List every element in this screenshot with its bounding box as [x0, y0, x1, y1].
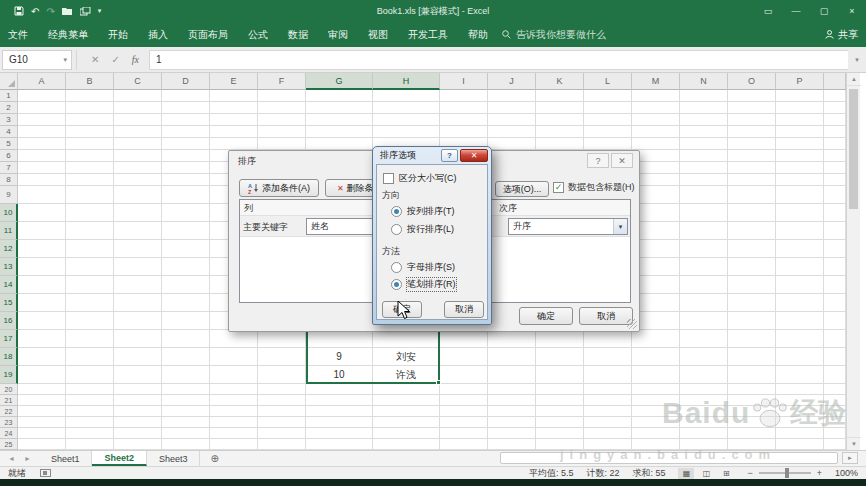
- tab-developer[interactable]: 开发工具: [398, 22, 458, 47]
- cell-pad13[interactable]: [824, 258, 846, 276]
- cell-E2[interactable]: [210, 102, 258, 114]
- cell-P17[interactable]: [776, 330, 824, 348]
- cell-L19[interactable]: [584, 366, 632, 384]
- cell-C7[interactable]: [114, 162, 162, 174]
- cell-A6[interactable]: [18, 150, 66, 162]
- cell-F1[interactable]: [258, 90, 306, 102]
- cell-O10[interactable]: [728, 204, 776, 222]
- cell-C9[interactable]: [114, 186, 162, 204]
- cell-K23[interactable]: [536, 417, 584, 428]
- cell-N17[interactable]: [680, 330, 728, 348]
- cell-C22[interactable]: [114, 406, 162, 417]
- save-icon[interactable]: [14, 6, 24, 16]
- column-header-L[interactable]: L: [584, 73, 632, 90]
- cell-P1[interactable]: [776, 90, 824, 102]
- sort-dialog-close-icon[interactable]: ✕: [611, 153, 633, 168]
- expand-formula-bar-icon[interactable]: ▾: [848, 56, 866, 64]
- row-header-6[interactable]: 6: [0, 150, 18, 162]
- tab-insert[interactable]: 插入: [138, 22, 178, 47]
- cell-O23[interactable]: [728, 417, 776, 428]
- cell-K25[interactable]: [536, 439, 584, 450]
- row-header-7[interactable]: 7: [0, 162, 18, 174]
- cell-E4[interactable]: [210, 126, 258, 138]
- row-header-23[interactable]: 23: [0, 417, 18, 428]
- cell-A2[interactable]: [18, 102, 66, 114]
- cell-M24[interactable]: [632, 428, 680, 439]
- cell-B8[interactable]: [66, 174, 114, 186]
- row-header-1[interactable]: 1: [0, 90, 18, 102]
- cell-A22[interactable]: [18, 406, 66, 417]
- cell-E1[interactable]: [210, 90, 258, 102]
- cell-I20[interactable]: [440, 384, 488, 395]
- cell-P16[interactable]: [776, 312, 824, 330]
- column-header-N[interactable]: N: [680, 73, 728, 90]
- cell-B24[interactable]: [66, 428, 114, 439]
- cell-B19[interactable]: [66, 366, 114, 384]
- cell-P7[interactable]: [776, 162, 824, 174]
- cell-A25[interactable]: [18, 439, 66, 450]
- cell-B16[interactable]: [66, 312, 114, 330]
- sort-dialog-help-icon[interactable]: ?: [587, 153, 609, 168]
- column-header-K[interactable]: K: [536, 73, 584, 90]
- cell-A3[interactable]: [18, 114, 66, 126]
- column-header-pad[interactable]: [824, 73, 846, 90]
- cell-C25[interactable]: [114, 439, 162, 450]
- share-button[interactable]: 共享: [825, 28, 858, 42]
- tab-data[interactable]: 数据: [278, 22, 318, 47]
- cell-B9[interactable]: [66, 186, 114, 204]
- cell-N7[interactable]: [680, 162, 728, 174]
- cell-K19[interactable]: [536, 366, 584, 384]
- cell-N4[interactable]: [680, 126, 728, 138]
- cell-C14[interactable]: [114, 276, 162, 294]
- cell-A4[interactable]: [18, 126, 66, 138]
- cell-pad10[interactable]: [824, 204, 846, 222]
- cell-N12[interactable]: [680, 240, 728, 258]
- row-header-11[interactable]: 11: [0, 222, 18, 240]
- cell-K3[interactable]: [536, 114, 584, 126]
- cell-D6[interactable]: [162, 150, 210, 162]
- row-header-19[interactable]: 19: [0, 366, 18, 384]
- add-level-button[interactable]: AZ 添加条件(A): [239, 179, 319, 197]
- sort-cancel-button[interactable]: 取消: [579, 307, 633, 325]
- cell-pad2[interactable]: [824, 102, 846, 114]
- cell-J18[interactable]: [488, 348, 536, 366]
- cell-G19[interactable]: 10: [306, 366, 373, 384]
- cell-E17[interactable]: [210, 330, 258, 348]
- cell-pad4[interactable]: [824, 126, 846, 138]
- cell-I23[interactable]: [440, 417, 488, 428]
- cell-K1[interactable]: [536, 90, 584, 102]
- cell-N11[interactable]: [680, 222, 728, 240]
- cell-O3[interactable]: [728, 114, 776, 126]
- column-header-E[interactable]: E: [210, 73, 258, 90]
- cell-F22[interactable]: [258, 406, 306, 417]
- options-ok-button[interactable]: 确定: [382, 301, 422, 318]
- cell-E19[interactable]: [210, 366, 258, 384]
- row-header-16[interactable]: 16: [0, 312, 18, 330]
- tab-review[interactable]: 审阅: [318, 22, 358, 47]
- cell-A11[interactable]: [18, 222, 66, 240]
- cell-C16[interactable]: [114, 312, 162, 330]
- cell-L4[interactable]: [584, 126, 632, 138]
- cell-C5[interactable]: [114, 138, 162, 150]
- cell-D15[interactable]: [162, 294, 210, 312]
- cell-C21[interactable]: [114, 395, 162, 406]
- tab-formulas[interactable]: 公式: [238, 22, 278, 47]
- cell-A20[interactable]: [18, 384, 66, 395]
- cell-J4[interactable]: [488, 126, 536, 138]
- cell-P18[interactable]: [776, 348, 824, 366]
- cell-G24[interactable]: [306, 428, 373, 439]
- cell-F4[interactable]: [258, 126, 306, 138]
- cell-I19[interactable]: [440, 366, 488, 384]
- cell-D22[interactable]: [162, 406, 210, 417]
- cell-F20[interactable]: [258, 384, 306, 395]
- name-box-dropdown-icon[interactable]: ▾: [63, 56, 71, 64]
- cell-G4[interactable]: [306, 126, 373, 138]
- tab-view[interactable]: 视图: [358, 22, 398, 47]
- column-header-G[interactable]: G: [306, 73, 373, 90]
- cell-F21[interactable]: [258, 395, 306, 406]
- cell-C4[interactable]: [114, 126, 162, 138]
- tab-page-layout[interactable]: 页面布局: [178, 22, 238, 47]
- macro-record-icon[interactable]: [40, 469, 51, 477]
- cell-D19[interactable]: [162, 366, 210, 384]
- cell-G22[interactable]: [306, 406, 373, 417]
